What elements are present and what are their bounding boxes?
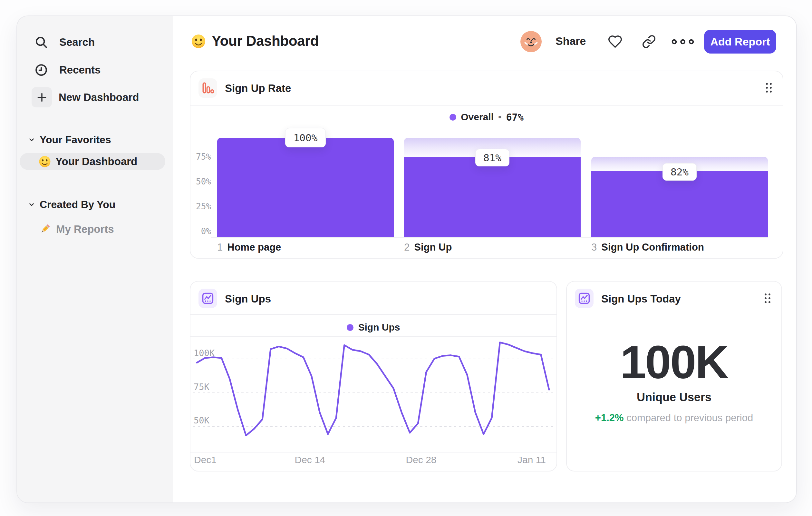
chevron-down-icon xyxy=(27,200,36,209)
funnel-y-tick-label: 0% xyxy=(191,226,211,236)
screen: Search Recents New Dashboard xyxy=(0,0,812,516)
sidebar-item-new-dashboard[interactable]: New Dashboard xyxy=(32,87,170,107)
step-number: 3 xyxy=(591,242,597,253)
sidebar: Search Recents New Dashboard xyxy=(17,16,173,503)
line-plot-area: 100K75K50KDec1Dec 14Dec 28Jan 11 xyxy=(191,281,556,471)
line-chart-icon xyxy=(575,289,593,308)
funnel-step-label: 3Sign Up Confirmation xyxy=(591,242,704,254)
sidebar-section-created-by-you[interactable]: Created By You xyxy=(27,197,163,212)
sign-ups-line-series xyxy=(191,281,556,471)
drag-handle-icon[interactable] xyxy=(763,293,772,304)
sidebar-item-label: New Dashboard xyxy=(59,91,139,104)
step-number: 2 xyxy=(404,242,410,253)
funnel-value-tooltip: 82% xyxy=(663,163,697,181)
sidebar-item-label: Your Dashboard xyxy=(55,156,137,168)
sidebar-item-label: Recents xyxy=(59,64,100,76)
funnel-value-tooltip: 100% xyxy=(285,128,326,147)
sign-up-rate-card: Sign Up Rate Overall • 67% 75%50%25%0%10… xyxy=(190,71,783,259)
funnel-step-label: 2Sign Up xyxy=(404,242,452,254)
sidebar-item-search[interactable]: Search xyxy=(34,35,170,50)
kpi-change-value: +1.2% xyxy=(595,412,624,424)
sign-ups-today-card: Sign Ups Today 100K Unique Users +1.2% c… xyxy=(566,281,782,471)
avatar[interactable] xyxy=(520,31,542,52)
plus-icon xyxy=(32,87,52,107)
page-title: Your Dashboard xyxy=(212,33,319,49)
funnel-y-tick-label: 75% xyxy=(191,152,211,162)
kpi-value: 100K xyxy=(567,339,781,386)
funnel-baseline xyxy=(211,237,768,238)
step-name: Sign Up xyxy=(414,242,452,253)
sidebar-section-your-favorites[interactable]: Your Favorites xyxy=(27,132,163,147)
sidebar-item-recents[interactable]: Recents xyxy=(34,62,170,77)
dashboard-emoji-icon xyxy=(191,34,206,49)
funnel-bar[interactable] xyxy=(591,171,768,237)
add-report-button[interactable]: Add Report xyxy=(704,30,776,54)
funnel-step-label: 1Home page xyxy=(217,242,281,254)
sidebar-item-label: My Reports xyxy=(56,223,114,236)
clock-icon xyxy=(34,63,48,77)
section-label: Created By You xyxy=(40,199,115,211)
app-window: Search Recents New Dashboard xyxy=(17,16,797,503)
funnel-y-tick-label: 50% xyxy=(191,177,211,186)
funnel-y-tick-label: 25% xyxy=(191,201,211,211)
search-icon xyxy=(34,35,48,49)
more-options-icon[interactable] xyxy=(671,39,694,45)
copy-link-icon[interactable] xyxy=(642,34,656,49)
step-name: Sign Up Confirmation xyxy=(601,242,704,253)
card-title: Sign Ups Today xyxy=(601,293,681,305)
section-label: Your Favorites xyxy=(40,134,111,146)
step-number: 1 xyxy=(217,242,223,253)
kpi-change-label: compared to previous period xyxy=(627,412,753,424)
pencil-emoji-icon xyxy=(39,223,51,236)
sidebar-item-my-reports[interactable]: My Reports xyxy=(39,221,168,237)
smiley-emoji-icon xyxy=(39,156,51,168)
sign-ups-card: Sign Ups Sign Ups 100K75K50KDec1Dec 14De… xyxy=(190,281,557,471)
kpi-metric-label: Unique Users xyxy=(567,390,781,404)
favorite-heart-icon[interactable] xyxy=(608,34,622,49)
sidebar-item-your-dashboard[interactable]: Your Dashboard xyxy=(20,153,165,170)
sidebar-item-label: Search xyxy=(59,36,95,48)
share-button[interactable]: Share xyxy=(555,35,586,47)
funnel-bar[interactable] xyxy=(217,138,394,237)
kpi-change-row: +1.2% compared to previous period xyxy=(567,412,781,424)
funnel-plot-area: 75%50%25%0%100%1Home page81%2Sign Up82%3… xyxy=(191,71,783,258)
chevron-down-icon xyxy=(27,135,36,144)
step-name: Home page xyxy=(227,242,281,253)
funnel-bar[interactable] xyxy=(404,157,581,237)
funnel-value-tooltip: 81% xyxy=(475,149,510,166)
